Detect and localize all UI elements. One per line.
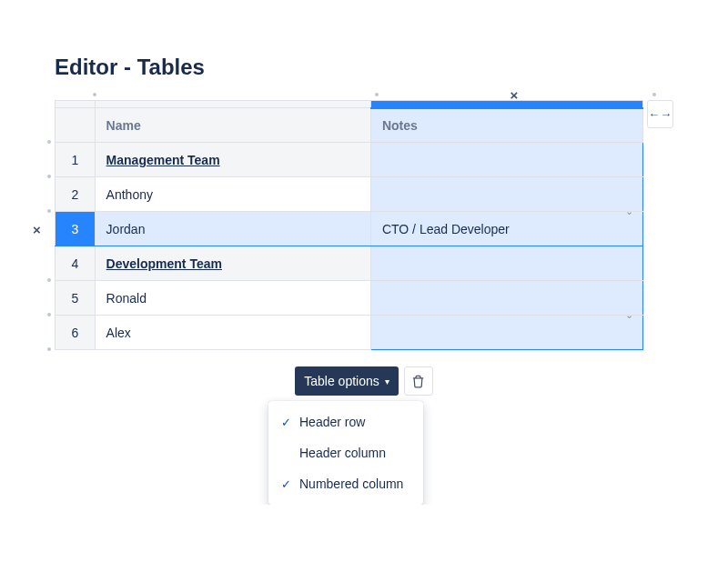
delete-table-button[interactable] [404, 366, 433, 396]
menu-numbered-column[interactable]: ✓ Numbered column [268, 468, 423, 499]
expand-horizontal-icon: ←→ [648, 107, 672, 121]
row-number[interactable]: 4 [56, 246, 96, 281]
cell-notes[interactable] [370, 246, 642, 281]
trash-icon [411, 375, 425, 388]
table-options-menu: ✓ Header row Header column ✓ Numbered co… [268, 401, 423, 505]
number-column-header[interactable] [56, 108, 96, 143]
cell-name[interactable]: Jordan [95, 212, 370, 246]
chevron-down-icon[interactable]: ⌄ [625, 309, 633, 321]
table-row[interactable]: 4 Development Team [56, 246, 643, 281]
delete-column-button[interactable]: × [506, 87, 522, 104]
column-header-notes[interactable]: Notes [370, 108, 642, 143]
column-resize-bar[interactable] [56, 101, 643, 108]
cell-name[interactable]: Alex [95, 316, 370, 350]
row-number[interactable]: 2 [56, 177, 96, 212]
table-row[interactable]: 1 Management Team [56, 143, 643, 177]
row-number[interactable]: 5 [56, 281, 96, 316]
table-options-button[interactable]: Table options ▾ [295, 366, 399, 396]
cell-notes[interactable] [370, 281, 642, 316]
check-icon: ✓ [278, 416, 294, 429]
close-icon: × [33, 222, 41, 237]
table-row[interactable]: 5 Ronald [56, 281, 643, 316]
expand-table-button[interactable]: ←→ [647, 100, 673, 128]
column-header-name[interactable]: Name [95, 108, 370, 143]
cell-name[interactable]: Anthony [95, 177, 370, 212]
close-icon: × [511, 87, 519, 103]
cell-notes[interactable]: ⌄ [370, 316, 642, 350]
cell-name[interactable]: Management Team [95, 143, 370, 177]
row-number[interactable]: 1 [56, 143, 96, 177]
table-header-row: Name Notes [56, 108, 643, 143]
cell-notes[interactable]: CTO / Lead Developer ⌄ [370, 212, 642, 246]
chevron-down-icon: ▾ [385, 376, 389, 386]
cell-notes[interactable] [370, 177, 642, 212]
cell-name[interactable]: Development Team [95, 246, 370, 281]
delete-row-button[interactable]: × [33, 222, 49, 238]
row-number[interactable]: 6 [56, 316, 96, 350]
menu-header-column[interactable]: Header column [268, 437, 423, 468]
column-insert-dots [55, 91, 673, 100]
editor-table[interactable]: Name Notes 1 Management Team 2 Anthony 3… [55, 100, 643, 350]
row-number[interactable]: 3 [56, 212, 96, 246]
table-row[interactable]: 2 Anthony [56, 177, 643, 212]
table-row[interactable]: 3 Jordan CTO / Lead Developer ⌄ [56, 212, 643, 246]
cell-name[interactable]: Ronald [95, 281, 370, 316]
chevron-down-icon[interactable]: ⌄ [625, 206, 633, 217]
menu-header-row[interactable]: ✓ Header row [268, 406, 423, 437]
page-title: Editor - Tables [55, 55, 673, 80]
check-icon: ✓ [278, 477, 294, 491]
table-row[interactable]: 6 Alex ⌄ [56, 316, 643, 350]
cell-notes[interactable] [370, 143, 642, 177]
